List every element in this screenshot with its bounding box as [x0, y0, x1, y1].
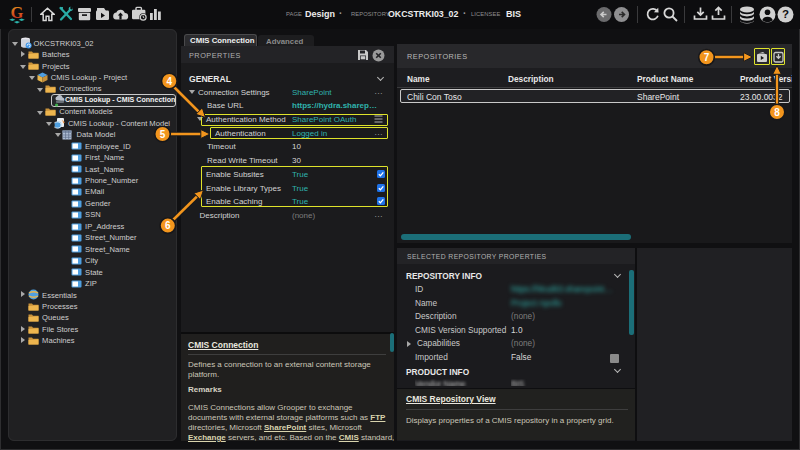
svg-text:7: 7 [704, 52, 710, 63]
svg-text:6: 6 [165, 220, 171, 231]
svg-text:5: 5 [160, 129, 166, 140]
svg-text:8: 8 [774, 107, 780, 118]
svg-text:4: 4 [167, 76, 173, 87]
